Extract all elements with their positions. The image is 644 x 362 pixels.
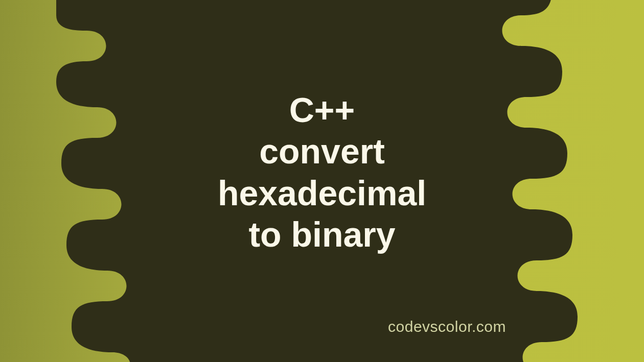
watermark-text: codevscolor.com: [388, 318, 506, 335]
main-title: C++ convert hexadecimal to binary: [218, 89, 426, 256]
